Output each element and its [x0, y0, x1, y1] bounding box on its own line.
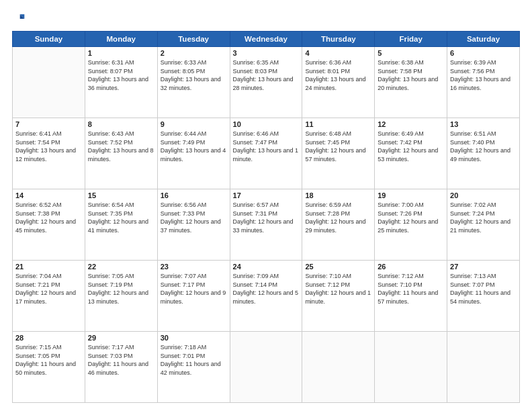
day-info: Sunrise: 6:43 AMSunset: 7:52 PMDaylight:…	[88, 130, 154, 163]
calendar-cell: 18Sunrise: 6:59 AMSunset: 7:28 PMDayligh…	[302, 189, 375, 261]
calendar-cell: 23Sunrise: 7:07 AMSunset: 7:17 PMDayligh…	[157, 261, 230, 332]
day-number: 14	[15, 191, 82, 199]
day-info: Sunrise: 6:54 AMSunset: 7:35 PMDaylight:…	[88, 201, 154, 234]
day-info: Sunrise: 7:10 AMSunset: 7:12 PMDaylight:…	[305, 272, 371, 306]
calendar-cell	[13, 47, 85, 118]
day-number: 25	[305, 263, 371, 271]
day-number: 27	[450, 263, 517, 271]
calendar-cell: 2Sunrise: 6:33 AMSunset: 8:05 PMDaylight…	[157, 47, 230, 118]
calendar-week-row: 28Sunrise: 7:15 AMSunset: 7:05 PMDayligh…	[13, 332, 520, 403]
day-number: 16	[161, 191, 227, 199]
calendar-cell: 16Sunrise: 6:56 AMSunset: 7:33 PMDayligh…	[157, 189, 230, 261]
day-of-week-header: Thursday	[302, 32, 375, 47]
day-number: 21	[15, 263, 82, 271]
calendar-cell: 5Sunrise: 6:38 AMSunset: 7:58 PMDaylight…	[375, 47, 447, 118]
day-number: 7	[15, 120, 82, 128]
calendar-cell: 3Sunrise: 6:35 AMSunset: 8:03 PMDaylight…	[230, 47, 302, 118]
day-number: 28	[15, 334, 82, 342]
day-info: Sunrise: 6:38 AMSunset: 7:58 PMDaylight:…	[378, 58, 444, 92]
calendar-cell: 24Sunrise: 7:09 AMSunset: 7:14 PMDayligh…	[230, 261, 302, 332]
day-number: 22	[88, 263, 154, 271]
calendar-cell: 27Sunrise: 7:13 AMSunset: 7:07 PMDayligh…	[447, 261, 520, 332]
day-number: 12	[378, 120, 444, 128]
day-number: 2	[161, 49, 227, 57]
calendar-cell: 20Sunrise: 7:02 AMSunset: 7:24 PMDayligh…	[447, 189, 520, 261]
day-info: Sunrise: 7:13 AMSunset: 7:07 PMDaylight:…	[450, 272, 517, 306]
day-info: Sunrise: 6:59 AMSunset: 7:28 PMDaylight:…	[305, 201, 371, 234]
calendar-cell: 10Sunrise: 6:46 AMSunset: 7:47 PMDayligh…	[230, 118, 302, 189]
day-info: Sunrise: 6:35 AMSunset: 8:03 PMDaylight:…	[233, 58, 300, 92]
day-number: 9	[161, 120, 227, 128]
day-info: Sunrise: 6:39 AMSunset: 7:56 PMDaylight:…	[450, 58, 517, 92]
calendar-cell: 29Sunrise: 7:17 AMSunset: 7:03 PMDayligh…	[85, 332, 157, 403]
day-info: Sunrise: 7:09 AMSunset: 7:14 PMDaylight:…	[233, 272, 300, 306]
calendar-week-row: 21Sunrise: 7:04 AMSunset: 7:21 PMDayligh…	[13, 261, 520, 332]
calendar-cell: 13Sunrise: 6:51 AMSunset: 7:40 PMDayligh…	[447, 118, 520, 189]
calendar-cell	[230, 332, 302, 403]
day-number: 5	[378, 49, 444, 57]
day-info: Sunrise: 6:57 AMSunset: 7:31 PMDaylight:…	[233, 201, 300, 234]
day-info: Sunrise: 6:49 AMSunset: 7:42 PMDaylight:…	[378, 130, 444, 163]
day-number: 11	[305, 120, 371, 128]
day-info: Sunrise: 6:33 AMSunset: 8:05 PMDaylight:…	[161, 58, 227, 92]
day-number: 15	[88, 191, 154, 199]
day-number: 30	[161, 334, 227, 342]
day-info: Sunrise: 6:31 AMSunset: 8:07 PMDaylight:…	[88, 58, 154, 92]
day-info: Sunrise: 6:41 AMSunset: 7:54 PMDaylight:…	[15, 130, 82, 163]
day-info: Sunrise: 7:02 AMSunset: 7:24 PMDaylight:…	[450, 201, 517, 234]
day-number: 13	[450, 120, 517, 128]
day-of-week-header: Tuesday	[157, 32, 230, 47]
day-number: 26	[378, 263, 444, 271]
calendar-cell	[302, 332, 375, 403]
day-number: 4	[305, 49, 371, 57]
day-info: Sunrise: 6:51 AMSunset: 7:40 PMDaylight:…	[450, 130, 517, 163]
day-number: 29	[88, 334, 154, 342]
calendar-cell	[375, 332, 447, 403]
day-info: Sunrise: 6:36 AMSunset: 8:01 PMDaylight:…	[305, 58, 371, 92]
calendar-table: SundayMondayTuesdayWednesdayThursdayFrid…	[12, 31, 520, 403]
calendar-cell: 26Sunrise: 7:12 AMSunset: 7:10 PMDayligh…	[375, 261, 447, 332]
day-of-week-header: Friday	[375, 32, 447, 47]
day-of-week-header: Monday	[85, 32, 157, 47]
calendar-cell: 30Sunrise: 7:18 AMSunset: 7:01 PMDayligh…	[157, 332, 230, 403]
calendar-cell: 12Sunrise: 6:49 AMSunset: 7:42 PMDayligh…	[375, 118, 447, 189]
day-info: Sunrise: 7:04 AMSunset: 7:21 PMDaylight:…	[15, 272, 82, 306]
day-info: Sunrise: 6:46 AMSunset: 7:47 PMDaylight:…	[233, 130, 300, 163]
day-number: 18	[305, 191, 371, 199]
calendar-cell: 28Sunrise: 7:15 AMSunset: 7:05 PMDayligh…	[13, 332, 85, 403]
day-info: Sunrise: 6:52 AMSunset: 7:38 PMDaylight:…	[15, 201, 82, 234]
calendar-cell: 8Sunrise: 6:43 AMSunset: 7:52 PMDaylight…	[85, 118, 157, 189]
day-number: 17	[233, 191, 300, 199]
calendar-cell: 1Sunrise: 6:31 AMSunset: 8:07 PMDaylight…	[85, 47, 157, 118]
day-info: Sunrise: 6:44 AMSunset: 7:49 PMDaylight:…	[161, 130, 227, 163]
calendar-cell: 17Sunrise: 6:57 AMSunset: 7:31 PMDayligh…	[230, 189, 302, 261]
day-number: 23	[161, 263, 227, 271]
header	[12, 12, 520, 26]
calendar-cell: 19Sunrise: 7:00 AMSunset: 7:26 PMDayligh…	[375, 189, 447, 261]
calendar-cell: 15Sunrise: 6:54 AMSunset: 7:35 PMDayligh…	[85, 189, 157, 261]
calendar-week-row: 14Sunrise: 6:52 AMSunset: 7:38 PMDayligh…	[13, 189, 520, 261]
day-info: Sunrise: 6:48 AMSunset: 7:45 PMDaylight:…	[305, 130, 371, 163]
day-number: 19	[378, 191, 444, 199]
calendar-cell: 21Sunrise: 7:04 AMSunset: 7:21 PMDayligh…	[13, 261, 85, 332]
day-info: Sunrise: 7:15 AMSunset: 7:05 PMDaylight:…	[15, 343, 82, 377]
day-info: Sunrise: 6:56 AMSunset: 7:33 PMDaylight:…	[161, 201, 227, 234]
calendar-cell: 7Sunrise: 6:41 AMSunset: 7:54 PMDaylight…	[13, 118, 85, 189]
logo	[12, 12, 28, 26]
day-info: Sunrise: 7:05 AMSunset: 7:19 PMDaylight:…	[88, 272, 154, 306]
calendar-cell: 22Sunrise: 7:05 AMSunset: 7:19 PMDayligh…	[85, 261, 157, 332]
day-info: Sunrise: 7:00 AMSunset: 7:26 PMDaylight:…	[378, 201, 444, 234]
calendar-week-row: 1Sunrise: 6:31 AMSunset: 8:07 PMDaylight…	[13, 47, 520, 118]
day-number: 20	[450, 191, 517, 199]
calendar-cell: 4Sunrise: 6:36 AMSunset: 8:01 PMDaylight…	[302, 47, 375, 118]
calendar-cell	[447, 332, 520, 403]
day-info: Sunrise: 7:07 AMSunset: 7:17 PMDaylight:…	[161, 272, 227, 306]
day-number: 3	[233, 49, 300, 57]
calendar-cell: 11Sunrise: 6:48 AMSunset: 7:45 PMDayligh…	[302, 118, 375, 189]
day-header-row: SundayMondayTuesdayWednesdayThursdayFrid…	[13, 32, 520, 47]
day-number: 1	[88, 49, 154, 57]
page: SundayMondayTuesdayWednesdayThursdayFrid…	[0, 0, 532, 411]
day-number: 24	[233, 263, 300, 271]
logo-icon	[12, 12, 26, 26]
calendar-cell: 6Sunrise: 6:39 AMSunset: 7:56 PMDaylight…	[447, 47, 520, 118]
